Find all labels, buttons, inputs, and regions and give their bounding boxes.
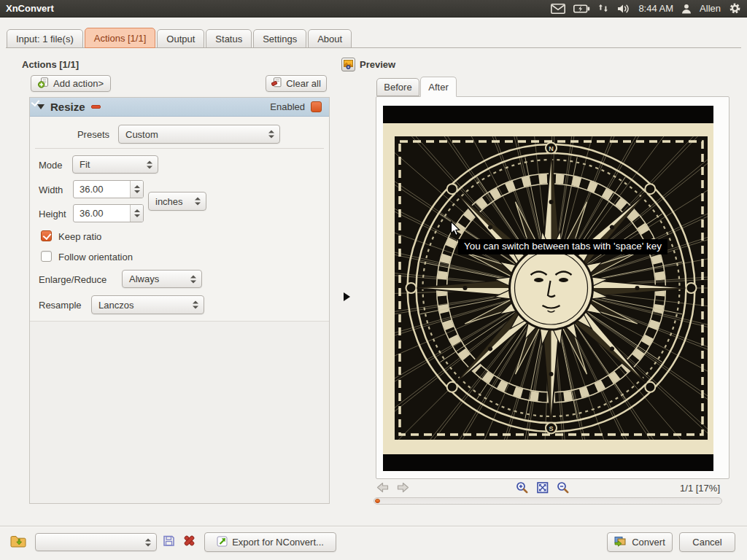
mode-label: Mode [39,160,63,171]
export-nconvert-button[interactable]: Export for NConvert... [204,532,336,552]
user-name[interactable]: Allen [700,3,721,14]
tab-after[interactable]: After [420,77,457,97]
top-panel: XnConvert 8:44 AM Allen [0,0,747,18]
user-icon [681,4,692,14]
session-gear-icon[interactable] [729,2,741,15]
keep-ratio-label: Keep ratio [58,231,101,242]
combo-arrows-icon [190,275,196,283]
bottom-bar: Export for NConvert... Convert Cancel [0,526,747,560]
combo-arrows-icon [145,538,151,546]
tab-status[interactable]: Status [206,29,252,48]
spin-arrows-icon[interactable] [130,205,143,222]
mouse-cursor-icon [450,221,461,239]
tab-settings[interactable]: Settings [253,29,306,48]
width-spinbox[interactable]: 36.00 [73,180,144,198]
height-label: Height [39,209,66,219]
resample-combobox[interactable]: Lanczos [91,295,204,314]
next-image-button[interactable] [397,482,410,494]
preview-section-title: Preview [360,59,395,70]
battery-icon[interactable] [573,4,590,13]
resize-form: Presets Custom Mode Fit Width 36.00 Heig… [30,117,329,322]
save-profile-icon[interactable] [163,534,175,549]
system-tray: 8:44 AM Allen [551,2,741,15]
clear-all-icon [271,77,282,90]
page-zoom-indicator: 1/1 [17%] [647,483,720,494]
zoom-in-button[interactable] [516,481,529,494]
convert-button[interactable]: Convert [607,532,673,552]
add-action-button[interactable]: Add action> [31,75,111,92]
cancel-button[interactable]: Cancel [679,532,735,552]
previous-image-button[interactable] [376,482,390,494]
open-profile-folder-icon[interactable] [10,534,26,551]
profile-combobox[interactable] [35,533,157,551]
preview-pane: N S You can switch between tabs with 'sp… [376,96,729,479]
keep-ratio-checkbox[interactable] [41,230,52,241]
follow-orientation-checkbox[interactable] [41,251,52,262]
actions-section-title: Actions [1/1] [22,59,79,70]
spin-arrows-icon[interactable] [130,181,143,198]
mail-icon[interactable] [551,4,565,14]
preview-icon [341,58,355,71]
tab-actions[interactable]: Actions [1/1] [85,28,156,48]
resize-action-title: Resize [50,101,85,113]
add-action-icon [38,77,49,90]
form-separator [35,148,324,149]
combo-arrows-icon [193,301,198,309]
main-tabbar: Input: 1 file(s) Actions [1/1] Output St… [7,28,352,48]
clear-all-button[interactable]: Clear all [266,75,327,92]
enabled-checkbox[interactable] [311,101,322,112]
compass-north-letter: N [549,145,554,152]
preview-image: N S You can switch between tabs with 'sp… [383,106,713,471]
follow-orientation-label: Follow orientation [58,252,133,262]
splitter-handle-icon[interactable] [344,292,350,301]
compass-image: N S [383,106,713,471]
app-title: XnConvert [6,3,54,14]
fit-to-window-button[interactable] [536,481,549,494]
presets-label: Presets [30,129,109,140]
enlarge-reduce-combobox[interactable]: Always [122,270,202,288]
combo-arrows-icon [195,198,201,206]
actions-list-panel: Resize Enabled Presets Custom Mode Fit W… [29,97,330,504]
height-spinbox[interactable]: 36.00 [73,204,144,222]
clock[interactable]: 8:44 AM [638,3,673,14]
resize-action-header[interactable]: Resize Enabled [30,98,329,117]
tab-before[interactable]: Before [376,78,419,96]
tab-input[interactable]: Input: 1 file(s) [7,29,83,48]
combo-arrows-icon [268,131,274,139]
combo-arrows-icon [147,160,152,168]
unit-combobox[interactable]: inches [148,192,206,211]
volume-icon[interactable] [617,4,630,14]
convert-icon [614,536,627,549]
delete-profile-icon[interactable] [183,534,196,549]
remove-action-icon[interactable] [91,105,101,109]
tab-output[interactable]: Output [157,29,204,48]
tab-about[interactable]: About [308,29,352,48]
progress-fill [375,499,380,503]
export-icon [217,536,228,549]
enlarge-reduce-label: Enlarge/Reduce [39,274,107,285]
resample-label: Resample [39,300,82,311]
compass-south-letter: S [549,425,553,432]
zoom-out-button[interactable] [557,481,570,494]
enabled-label: Enabled [270,101,305,112]
presets-combobox[interactable]: Custom [118,125,280,144]
network-icon[interactable] [598,4,609,14]
width-label: Width [39,184,63,195]
preview-progress-bar [374,497,722,505]
collapse-arrow-icon[interactable] [37,104,44,109]
tooltip: You can switch between tabs with 'space'… [458,239,667,254]
mode-combobox[interactable]: Fit [72,155,158,174]
